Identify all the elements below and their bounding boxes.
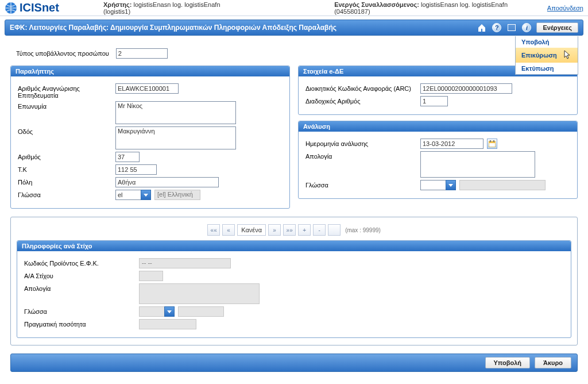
menu-item-print[interactable]: Εκτύπωση: [516, 63, 578, 74]
street-label: Οδός: [18, 126, 115, 135]
svg-rect-4: [493, 140, 494, 142]
actions-menu: Υποβολή Επικύρωση Εκτύπωση: [515, 36, 578, 75]
pager-remove[interactable]: -: [313, 224, 326, 236]
page-title: ΕΦΚ: Λειτουργίες Παραλαβής: Δημιουργία Σ…: [10, 24, 336, 32]
home-icon[interactable]: [477, 22, 487, 33]
real-qty-label: Πραγματική ποσότητα: [24, 319, 139, 328]
menu-item-submit[interactable]: Υποβολή: [516, 36, 578, 48]
name-label: Επωνυμία: [18, 101, 115, 110]
svg-rect-3: [490, 140, 491, 142]
recipient-panel: Παραλήπτης Αριθμός Αναγνώρισης Επιτηδευμ…: [10, 66, 290, 209]
logout-link[interactable]: Αποσύνδεση: [547, 5, 583, 11]
name-input[interactable]: Mr Νίκος: [115, 101, 236, 124]
line-info-panel-title: Πληροφορίες ανά Στίχο: [17, 241, 571, 251]
info-icon[interactable]: i: [521, 22, 532, 33]
line-justification-input: [139, 283, 260, 304]
city-input[interactable]: [115, 177, 219, 187]
line-lang-display: [178, 306, 224, 317]
chevron-down-icon: [164, 306, 175, 317]
cancel-button[interactable]: Άκυρο: [535, 357, 571, 368]
actions-button[interactable]: Ενέργειες: [536, 22, 578, 33]
line-lang-label: Γλώσσα: [24, 306, 139, 315]
pager-max-text: (max : 99999): [345, 227, 381, 233]
analysis-justification-input[interactable]: [420, 151, 535, 178]
pager-add[interactable]: +: [298, 224, 311, 236]
analysis-panel-title: Ανάλυση: [299, 121, 577, 132]
line-aa-input: [139, 271, 163, 281]
analysis-panel: Ανάλυση Ημερομηνία ανάλυσης: [298, 121, 578, 199]
user-label: Χρήστης: logistisEnasn log. logistisEnaf…: [103, 1, 242, 15]
analysis-justification-label: Απολογία: [305, 151, 420, 160]
brand-logo: ICISnet: [5, 1, 96, 14]
submitter-type-input[interactable]: [116, 48, 168, 59]
footer-bar: Υποβολή Άκυρο: [10, 354, 578, 372]
analysis-date-label: Ημερομηνία ανάλυσης: [305, 139, 420, 147]
pager-page-input[interactable]: [237, 224, 266, 236]
arc-input[interactable]: [420, 83, 512, 94]
number-label: Αριθμός: [18, 152, 115, 160]
line-info-panel: Πληροφορίες ανά Στίχο Κωδικός Προϊόντος …: [17, 240, 571, 338]
street-input[interactable]: Μακρυγιάννη: [115, 126, 236, 149]
number-input[interactable]: [115, 152, 140, 162]
analysis-lang-display: [459, 180, 546, 190]
line-lang-combo: [139, 306, 175, 317]
line-lang-input: [139, 306, 164, 317]
globe-icon: [5, 2, 17, 14]
pager-next[interactable]: »: [268, 224, 281, 236]
menu-item-validate[interactable]: Επικύρωση: [516, 48, 578, 63]
submitter-type-label: Τύπος υποβάλλοντος προσώπου: [16, 50, 109, 57]
pager-prev[interactable]: «: [222, 224, 235, 236]
line-justification-label: Απολογία: [24, 283, 139, 292]
pager-blank[interactable]: [328, 224, 341, 236]
recipient-lang-input[interactable]: [115, 190, 141, 200]
analysis-date-input[interactable]: [420, 139, 483, 149]
lines-section: «« « » »» + - (max : 99999) Πληροφορίες …: [10, 217, 578, 345]
user-bar: Χρήστης: logistisEnasn log. logistisEnaf…: [96, 1, 583, 15]
chevron-down-icon[interactable]: [446, 180, 456, 190]
window-icon[interactable]: [506, 22, 517, 33]
recipient-lang-label: Γλώσσα: [18, 190, 115, 198]
active-trader: Ενεργός Συναλλασσόμενος: logistisEnasn l…: [334, 1, 536, 15]
zip-input[interactable]: [115, 164, 157, 175]
top-bar: ICISnet Χρήστης: logistisEnasn log. logi…: [0, 0, 588, 16]
seq-label: Διαδοχικός Αριθμός: [305, 96, 420, 105]
real-qty-input: [139, 319, 196, 329]
svg-rect-2: [489, 141, 496, 143]
recipient-lang-display: [el] Ελληνική: [154, 190, 200, 200]
product-code-display: -- --: [139, 258, 231, 268]
city-label: Πόλη: [18, 177, 115, 186]
analysis-lang-combo[interactable]: [420, 180, 456, 190]
recipient-panel-title: Παραλήπτης: [11, 66, 289, 76]
trader-id-label: Αριθμός Αναγνώρισης Επιτηδευματία: [18, 83, 115, 99]
calendar-icon[interactable]: [487, 139, 497, 149]
arc-label: Διοικητικός Κωδικός Αναφοράς (ARC): [305, 83, 420, 92]
pager-last[interactable]: »»: [283, 224, 296, 236]
seq-input[interactable]: [420, 96, 448, 106]
help-icon[interactable]: ?: [492, 22, 502, 33]
submit-button[interactable]: Υποβολή: [485, 357, 530, 368]
cursor-icon: [564, 50, 572, 60]
product-code-label: Κωδικός Προϊόντος Ε.Φ.Κ.: [24, 258, 139, 267]
recipient-lang-combo[interactable]: [115, 190, 151, 200]
pager-first[interactable]: ««: [207, 224, 220, 236]
analysis-lang-label: Γλώσσα: [305, 180, 420, 189]
chevron-down-icon[interactable]: [141, 190, 151, 200]
line-aa-label: Α/Α Στίχου: [24, 271, 139, 279]
page-header: ΕΦΚ: Λειτουργίες Παραλαβής: Δημιουργία Σ…: [5, 20, 583, 36]
pager: «« « » »» + - (max : 99999): [17, 224, 571, 236]
analysis-lang-input[interactable]: [420, 180, 446, 190]
zip-label: Τ.Κ: [18, 164, 115, 173]
trader-id-input[interactable]: [115, 83, 179, 94]
